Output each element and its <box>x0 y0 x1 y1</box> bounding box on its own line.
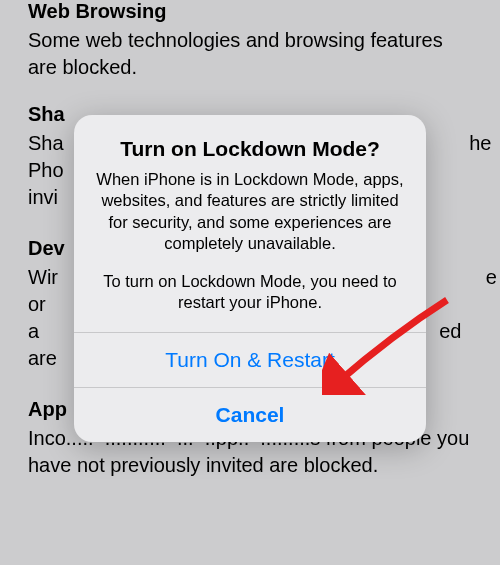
cancel-button[interactable]: Cancel <box>74 387 426 442</box>
dialog-overlay: Turn on Lockdown Mode? When iPhone is in… <box>0 0 500 565</box>
dialog-message-1: When iPhone is in Lockdown Mode, apps, w… <box>96 169 404 255</box>
turn-on-restart-button[interactable]: Turn On & Restart <box>74 333 426 387</box>
dialog-title: Turn on Lockdown Mode? <box>96 137 404 161</box>
dialog-content: Turn on Lockdown Mode? When iPhone is in… <box>74 115 426 332</box>
dialog-message-2: To turn on Lockdown Mode, you need to re… <box>96 271 404 314</box>
dialog-buttons: Turn On & Restart Cancel <box>74 332 426 442</box>
lockdown-mode-dialog: Turn on Lockdown Mode? When iPhone is in… <box>74 115 426 442</box>
